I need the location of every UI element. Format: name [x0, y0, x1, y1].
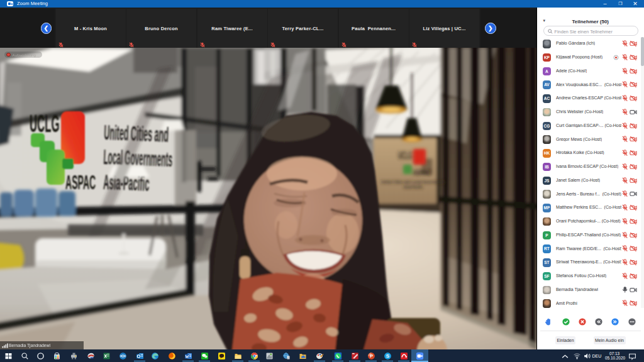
- svg-text:ASPAC: ASPAC: [65, 171, 96, 193]
- svg-text:Asia-Pacific: Asia-Pacific: [404, 184, 423, 190]
- svg-text:UCLG: UCLG: [398, 150, 413, 161]
- svg-text:UCLG: UCLG: [30, 109, 59, 136]
- svg-text:S: S: [386, 353, 389, 359]
- svg-text:ASPAC: ASPAC: [413, 168, 431, 177]
- svg-text:P: P: [370, 353, 373, 359]
